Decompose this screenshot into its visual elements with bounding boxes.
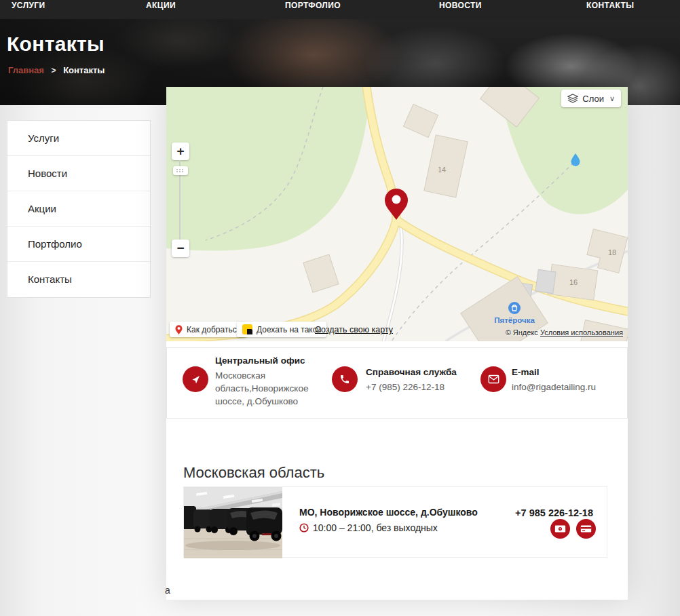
- sidebar-item-services[interactable]: Услуги: [7, 121, 150, 156]
- office-card-hours: 10:00 – 21:00, без выходных: [299, 522, 438, 533]
- office-address-line: шоссе, д.Обушково: [215, 395, 308, 408]
- nav-item-contacts[interactable]: КОНТАКТЫ: [586, 1, 634, 10]
- taxi-button-label: Доехать на такси: [257, 325, 321, 334]
- nav-item-services[interactable]: УСЛУГИ: [12, 1, 45, 10]
- office-circle: [183, 366, 208, 392]
- email-icon: [488, 374, 499, 384]
- phone-title: Справочная служба: [366, 367, 457, 377]
- slider-grip-icon: [176, 168, 185, 173]
- top-navigation: УСЛУГИ АКЦИИ ПОРТФОЛИО НОВОСТИ КОНТАКТЫ: [0, 0, 680, 19]
- phone-circle: [332, 366, 358, 392]
- phone-value[interactable]: +7 (985) 226-12-18: [366, 381, 445, 393]
- office-card-hours-text: 10:00 – 21:00, без выходных: [313, 522, 438, 533]
- clock-icon: [299, 523, 309, 533]
- pyaterochka-label: Пятёрочка: [494, 316, 535, 324]
- zoom-out-button[interactable]: −: [172, 239, 189, 257]
- layers-icon: [567, 94, 578, 103]
- zoom-slider-handle[interactable]: [173, 166, 188, 175]
- office-photo: [184, 487, 282, 558]
- phone-icon: [339, 374, 350, 385]
- layers-button-label: Слои: [582, 94, 604, 104]
- sidebar-item-contacts[interactable]: Контакты: [7, 262, 150, 297]
- sidebar-menu: Услуги Новости Акции Портфолио Контакты: [7, 120, 151, 298]
- office-card[interactable]: МО, Новорижское шоссе, д.Обушково 10:00 …: [183, 486, 607, 558]
- office-card-address: МО, Новорижское шоссе, д.Обушково: [299, 507, 478, 518]
- create-map-link[interactable]: Создать свою карту: [315, 325, 393, 334]
- office-card-phone[interactable]: +7 985 226-12-18: [515, 507, 593, 518]
- yandex-map[interactable]: 14 16 18 Пятёрочка: [166, 87, 628, 341]
- contact-info-strip: Центральный офис Московская область,Ново…: [166, 347, 628, 419]
- breadcrumb: Главная > Контакты: [8, 65, 105, 75]
- office-title: Центральный офис: [215, 355, 305, 366]
- route-button-label: Как добраться: [187, 325, 241, 334]
- sidebar-item-promos[interactable]: Акции: [7, 191, 150, 227]
- nav-item-promos[interactable]: АКЦИИ: [146, 1, 176, 10]
- card-payment-button[interactable]: [576, 519, 596, 539]
- map-attribution: © Яндекс Условия использования: [506, 328, 623, 336]
- route-button[interactable]: Как добраться: [170, 322, 246, 337]
- sidebar-item-portfolio[interactable]: Портфолио: [7, 227, 150, 262]
- breadcrumb-home-link[interactable]: Главная: [8, 65, 44, 75]
- garage-photo-image: [184, 487, 282, 558]
- building-label-16: 16: [569, 278, 578, 286]
- map-canvas[interactable]: 14 16 18 Пятёрочка: [166, 87, 628, 341]
- nav-item-portfolio[interactable]: ПОРТФОЛИО: [285, 1, 341, 10]
- taxi-button[interactable]: Доехать на такси: [237, 322, 326, 337]
- sidebar-item-news[interactable]: Новости: [7, 156, 150, 191]
- email-title: E-mail: [512, 367, 540, 377]
- chevron-down-icon: ∨: [609, 94, 615, 103]
- office-address-line: Московская: [215, 369, 308, 382]
- region-heading: Московская область: [183, 464, 324, 482]
- card-icon: [580, 524, 592, 533]
- layers-button[interactable]: Слои ∨: [561, 90, 621, 107]
- taxi-icon: [242, 324, 252, 334]
- pin-icon: [175, 325, 183, 334]
- office-address-line: область,Новорижское: [215, 382, 308, 395]
- content-panel: 14 16 18 Пятёрочка: [166, 87, 628, 600]
- cash-payment-button[interactable]: [550, 519, 570, 539]
- stray-text: a: [165, 585, 170, 596]
- cash-icon: [554, 524, 566, 533]
- zoom-in-button[interactable]: +: [172, 142, 189, 160]
- terms-of-use-link[interactable]: Условия использования: [540, 328, 623, 336]
- page-title: Контакты: [7, 33, 105, 56]
- contacts-page: УСЛУГИ АКЦИИ ПОРТФОЛИО НОВОСТИ КОНТАКТЫ …: [0, 0, 680, 616]
- building-label-18: 18: [608, 248, 616, 256]
- office-address: Московская область,Новорижское шоссе, д.…: [215, 369, 308, 408]
- email-value[interactable]: info@rigadetailing.ru: [512, 381, 596, 393]
- breadcrumb-separator: >: [52, 66, 56, 75]
- email-circle: [480, 366, 506, 392]
- breadcrumb-current: Контакты: [63, 65, 105, 75]
- building-label-14: 14: [438, 166, 446, 174]
- yandex-copyright: © Яндекс: [506, 328, 538, 336]
- navigation-icon: [190, 374, 202, 385]
- nav-item-news[interactable]: НОВОСТИ: [439, 1, 482, 10]
